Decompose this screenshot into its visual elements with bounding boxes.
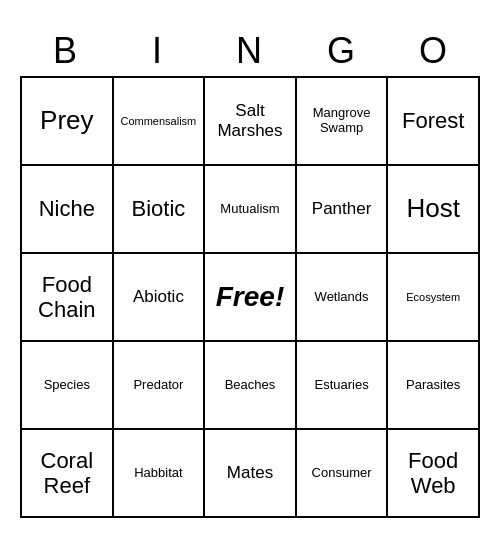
cell-text: Host xyxy=(406,194,459,224)
cell-r0-c1: Commensalism xyxy=(114,78,206,166)
cell-r1-c1: Biotic xyxy=(114,166,206,254)
cell-text: Prey xyxy=(40,106,93,136)
cell-text: Panther xyxy=(312,199,372,219)
cell-text: Estuaries xyxy=(314,378,368,393)
cell-r2-c1: Abiotic xyxy=(114,254,206,342)
cell-text: Parasites xyxy=(406,378,460,393)
cell-text: Food Web xyxy=(392,448,474,499)
cell-text: Predator xyxy=(133,378,183,393)
cell-text: Mates xyxy=(227,463,273,483)
header-letter: G xyxy=(296,26,388,76)
cell-r3-c3: Estuaries xyxy=(297,342,389,430)
cell-r4-c4: Food Web xyxy=(388,430,480,518)
cell-r4-c0: Coral Reef xyxy=(22,430,114,518)
cell-r2-c0: Food Chain xyxy=(22,254,114,342)
header-letter: O xyxy=(388,26,480,76)
bingo-grid: PreyCommensalismSalt MarshesMangrove Swa… xyxy=(20,76,480,518)
cell-r2-c3: Wetlands xyxy=(297,254,389,342)
bingo-header: BINGO xyxy=(20,26,480,76)
cell-text: Species xyxy=(44,378,90,393)
cell-r1-c0: Niche xyxy=(22,166,114,254)
cell-text: Abiotic xyxy=(133,287,184,307)
cell-text: Commensalism xyxy=(120,115,196,128)
cell-r3-c2: Beaches xyxy=(205,342,297,430)
cell-text: Wetlands xyxy=(315,290,369,305)
cell-text: Habbitat xyxy=(134,466,182,481)
cell-r1-c3: Panther xyxy=(297,166,389,254)
cell-text: Mangrove Swamp xyxy=(301,106,383,136)
bingo-card: BINGO PreyCommensalismSalt MarshesMangro… xyxy=(20,26,480,518)
cell-text: Niche xyxy=(39,196,95,221)
cell-r1-c4: Host xyxy=(388,166,480,254)
cell-text: Biotic xyxy=(131,196,185,221)
cell-text: Ecosystem xyxy=(406,291,460,304)
cell-text: Salt Marshes xyxy=(209,101,291,140)
cell-text: Coral Reef xyxy=(26,448,108,499)
cell-r0-c3: Mangrove Swamp xyxy=(297,78,389,166)
header-letter: N xyxy=(204,26,296,76)
cell-r4-c1: Habbitat xyxy=(114,430,206,518)
cell-r1-c2: Mutualism xyxy=(205,166,297,254)
cell-r4-c3: Consumer xyxy=(297,430,389,518)
cell-text: Consumer xyxy=(312,466,372,481)
cell-r3-c1: Predator xyxy=(114,342,206,430)
cell-text: Beaches xyxy=(225,378,276,393)
cell-r2-c2: Free! xyxy=(205,254,297,342)
cell-r0-c0: Prey xyxy=(22,78,114,166)
cell-text: Forest xyxy=(402,108,464,133)
cell-text: Food Chain xyxy=(26,272,108,323)
cell-r3-c0: Species xyxy=(22,342,114,430)
cell-text: Free! xyxy=(216,281,284,313)
cell-r2-c4: Ecosystem xyxy=(388,254,480,342)
cell-text: Mutualism xyxy=(220,202,279,217)
cell-r4-c2: Mates xyxy=(205,430,297,518)
header-letter: B xyxy=(20,26,112,76)
cell-r0-c4: Forest xyxy=(388,78,480,166)
header-letter: I xyxy=(112,26,204,76)
cell-r3-c4: Parasites xyxy=(388,342,480,430)
cell-r0-c2: Salt Marshes xyxy=(205,78,297,166)
